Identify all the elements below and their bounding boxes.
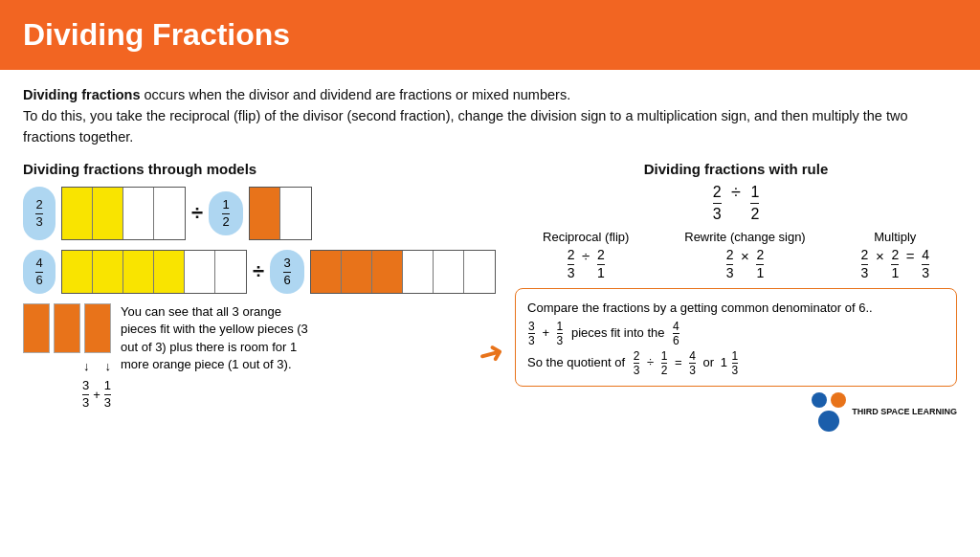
logo-circle-blue [812, 392, 827, 408]
left-column: Dividing fractions through models 2 3 ÷ [23, 161, 496, 432]
block [372, 251, 403, 293]
box-q2: 1 2 [661, 350, 668, 376]
block [311, 251, 342, 293]
bottom-frac2: 1 3 [104, 379, 111, 410]
box-line3: So the quotient of 2 3 ÷ 1 2 = [527, 350, 945, 376]
box-line3-pre: So the quotient of [527, 355, 625, 369]
model2-frac: 4 6 [35, 256, 42, 287]
col3-frac2: 2 1 [891, 248, 899, 280]
model-row-1: 2 3 ÷ 1 2 [23, 187, 496, 240]
model2-divisor-frac: 3 6 [283, 256, 290, 287]
model2-label: 4 6 [23, 250, 56, 294]
box-q1: 2 3 [634, 350, 640, 376]
main-frac2: 1 2 [750, 184, 759, 222]
right-column: Dividing fractions with rule 2 3 ÷ 1 2 R… [515, 161, 957, 432]
block [342, 251, 372, 293]
block [464, 251, 495, 293]
info-box-wrapper: ➜ Compare the fractions by a getting com… [515, 288, 957, 388]
col3-result: 4 3 [922, 248, 929, 280]
block [62, 251, 93, 293]
block [123, 251, 154, 293]
box-eq: 4 3 [689, 350, 696, 376]
block [434, 251, 464, 293]
box-mixed-frac: 1 3 [732, 350, 739, 376]
main-frac1: 2 3 [713, 184, 722, 222]
col2-frac2: 2 1 [756, 248, 764, 280]
logo-text: THIRD SPACE LEARNING [852, 407, 957, 418]
intro-bold: Dividing fractions [23, 87, 140, 102]
block [123, 188, 154, 239]
plus-sign: + [93, 388, 100, 402]
col2-label: Rewrite (change sign) [684, 230, 805, 244]
model1-divisor-label: 1 2 [209, 191, 243, 235]
main-expression: 2 3 ÷ 1 2 [515, 183, 957, 222]
col1-label: Reciprocal (flip) [543, 230, 629, 244]
content-area: Dividing fractions occurs when the divis… [0, 70, 980, 441]
intro-line2: To do this, you take the reciprocal (fli… [23, 108, 907, 145]
logo-circle-big [818, 411, 839, 432]
col-rewrite: Rewrite (change sign) 2 3 × 2 1 [684, 230, 805, 280]
logo-circle-orange [831, 392, 846, 408]
orange-block [23, 303, 50, 353]
col-multiply: Multiply 2 3 × 2 1 = 4 [861, 230, 929, 280]
col1-expr: 2 3 ÷ 2 1 [543, 248, 629, 280]
model1-label: 2 3 [23, 187, 56, 240]
col2-frac1: 2 3 [726, 248, 734, 280]
orange-block [54, 303, 80, 353]
block [215, 251, 246, 293]
logo: THIRD SPACE LEARNING [812, 392, 957, 432]
box-line2: 3 3 + 1 3 pieces fit into the 4 6 [527, 321, 945, 346]
left-section-title: Dividing fractions through models [23, 161, 496, 177]
bottom-left-section: ↓ ↓ 3 3 + 1 3 You [23, 303, 496, 410]
model2-blocks [61, 250, 247, 294]
block [185, 251, 215, 293]
orange-pieces: ↓ ↓ 3 3 + 1 3 [23, 303, 111, 410]
col1-frac2: 2 1 [597, 248, 605, 280]
model-row-2: 4 6 ÷ 3 6 [23, 250, 496, 294]
logo-area: THIRD SPACE LEARNING [515, 392, 957, 432]
block [93, 251, 123, 293]
orange-blocks-row [23, 303, 111, 353]
bottom-note: You can see that all 3 orange pieces fit… [121, 303, 312, 373]
col2-expr: 2 3 × 2 1 [684, 248, 805, 280]
box-line1: Compare the fractions by a getting commo… [527, 299, 945, 318]
div-symbol-2: ÷ [253, 259, 264, 284]
block [62, 188, 93, 239]
bottom-fraction-row: 3 3 + 1 3 [82, 379, 111, 410]
orange-block [84, 303, 111, 353]
col-reciprocal: Reciprocal (flip) 2 3 ÷ 2 1 [543, 230, 629, 280]
model1-blocks [61, 187, 186, 240]
page-title: Dividing Fractions [23, 17, 957, 53]
block [280, 188, 311, 239]
block [403, 251, 434, 293]
col3-frac1: 2 3 [861, 248, 869, 280]
model1-divisor-frac: 1 2 [222, 198, 229, 229]
right-section-title: Dividing fractions with rule [515, 161, 957, 177]
block [154, 251, 185, 293]
block [154, 188, 185, 239]
box-frac3: 4 6 [673, 321, 679, 346]
box-frac2: 1 3 [557, 321, 564, 346]
three-col-section: Reciprocal (flip) 2 3 ÷ 2 1 [515, 230, 957, 280]
model2-divisor-blocks [310, 250, 496, 294]
bottom-frac1: 3 3 [82, 379, 89, 410]
block [93, 188, 123, 239]
logo-icon [812, 392, 846, 432]
model1-frac: 2 3 [35, 198, 42, 229]
intro-text: Dividing fractions occurs when the divis… [23, 85, 957, 147]
info-box: Compare the fractions by a getting commo… [515, 288, 957, 388]
col1-frac1: 2 3 [568, 248, 575, 280]
header: Dividing Fractions [0, 0, 980, 70]
col3-expr: 2 3 × 2 1 = 4 3 [861, 248, 929, 280]
model1-divisor-blocks [249, 187, 312, 240]
div-symbol-1: ÷ [191, 201, 203, 226]
box-frac1: 3 3 [528, 321, 535, 346]
box-middle-text: pieces fit into the [571, 325, 665, 340]
two-columns: Dividing fractions through models 2 3 ÷ [23, 161, 957, 432]
block [250, 188, 280, 239]
box-plus: + [542, 325, 549, 340]
box-mixed-whole: 1 [721, 355, 727, 369]
model2-divisor-label: 3 6 [270, 250, 304, 294]
intro-rest: occurs when the divisor and dividend are… [140, 87, 570, 102]
col3-label: Multiply [861, 230, 929, 244]
